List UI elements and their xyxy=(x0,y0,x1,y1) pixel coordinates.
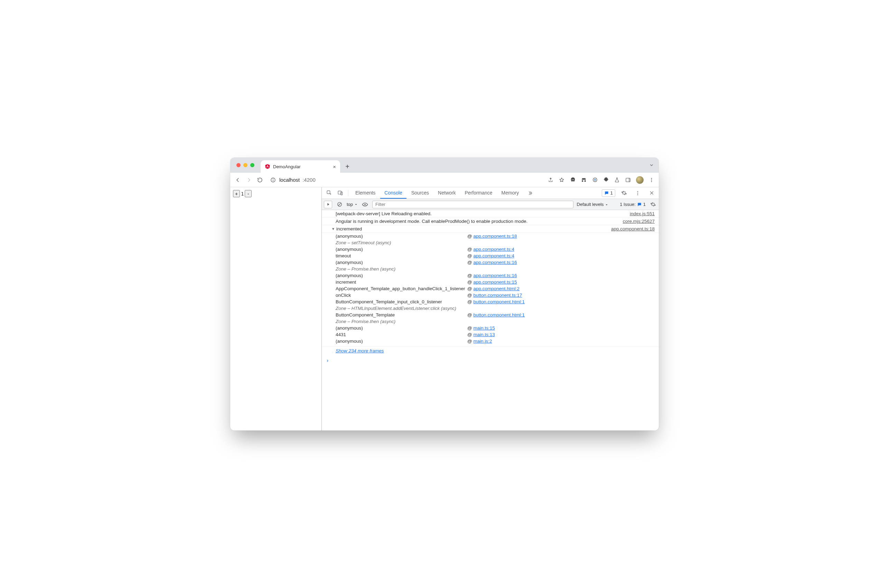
frame-function: Zone – Promise.then (async) xyxy=(336,319,465,324)
source-link[interactable]: button.component.html:1 xyxy=(473,299,525,304)
source-link[interactable]: button.component.html:1 xyxy=(473,312,525,318)
lens-extension-icon[interactable] xyxy=(592,177,598,183)
live-expression-eye-icon[interactable] xyxy=(361,201,369,208)
counter-widget: + 1 - xyxy=(233,190,252,197)
url-host: localhost xyxy=(279,177,300,183)
settings-gear-icon[interactable] xyxy=(619,190,629,196)
reload-button[interactable] xyxy=(257,177,263,183)
counter-value: 1 xyxy=(240,191,245,196)
context-selector[interactable]: top xyxy=(347,202,358,207)
frame-location: @ button.component.ts:17 xyxy=(467,292,522,298)
frame-location: @ app.component.ts:4 xyxy=(467,247,514,252)
window-minimize-button[interactable] xyxy=(243,163,248,167)
source-link[interactable]: app.component.ts:16 xyxy=(473,273,517,278)
more-tabs-icon[interactable] xyxy=(525,187,535,199)
trace-label: incremented xyxy=(336,226,362,231)
console-prompt[interactable]: › xyxy=(322,356,659,365)
stack-frame: increment@ app.component.ts:15 xyxy=(328,279,659,285)
skull-extension-icon[interactable] xyxy=(570,177,576,183)
flask-labs-icon[interactable] xyxy=(614,177,620,183)
source-link[interactable]: button.component.ts:17 xyxy=(473,292,522,298)
show-more-link[interactable]: Show 234 more frames xyxy=(336,348,384,353)
tab-console[interactable]: Console xyxy=(380,187,406,199)
chevron-down-icon[interactable] xyxy=(649,163,654,168)
svg-point-14 xyxy=(637,192,638,193)
svg-point-9 xyxy=(651,181,652,182)
share-icon[interactable] xyxy=(548,177,554,183)
angular-favicon-icon xyxy=(265,164,270,169)
forward-button[interactable] xyxy=(245,177,252,183)
console-settings-gear-icon[interactable] xyxy=(649,201,657,207)
address-bar: localhost:4200 xyxy=(230,173,659,187)
frame-location: @ button.component.html:1 xyxy=(467,312,525,318)
source-link[interactable]: app.component.ts:4 xyxy=(473,247,514,252)
devtools-menu-icon[interactable] xyxy=(632,190,643,196)
source-link[interactable]: app.component.ts:15 xyxy=(473,279,517,285)
browser-menu-icon[interactable] xyxy=(649,177,655,183)
svg-rect-1 xyxy=(273,179,273,181)
issue-chip[interactable]: 1 xyxy=(602,189,615,197)
stack-frame: 4431@ main.ts:13 xyxy=(328,331,659,338)
incognito-icon[interactable] xyxy=(581,177,587,183)
frame-function: Zone – HTMLInputElement.addEventListener… xyxy=(336,306,465,311)
svg-point-13 xyxy=(637,191,638,192)
tab-network[interactable]: Network xyxy=(434,187,460,199)
svg-point-7 xyxy=(651,178,652,178)
frame-function: AppComponent_Template_app_button_handleC… xyxy=(336,286,465,291)
content-area: + 1 - Elements Console Sources Network xyxy=(230,187,659,430)
tab-performance[interactable]: Performance xyxy=(460,187,496,199)
source-link[interactable]: index.js:551 xyxy=(630,211,655,216)
stack-frame: (anonymous)@ app.component.ts:16 xyxy=(328,272,659,279)
sidebar-toggle-icon[interactable] xyxy=(324,201,332,208)
stack-frame: (anonymous)@ main.ts:15 xyxy=(328,325,659,331)
window-close-button[interactable] xyxy=(236,163,240,167)
issues-link[interactable]: 1 Issue: 1 xyxy=(620,202,646,207)
log-row: [webpack-dev-server] Live Reloading enab… xyxy=(322,210,659,218)
frame-function: Zone – setTimeout (async) xyxy=(336,240,465,245)
close-devtools-icon[interactable] xyxy=(646,190,657,195)
caret-down-icon xyxy=(605,203,608,207)
tab-elements[interactable]: Elements xyxy=(351,187,380,199)
device-toolbar-icon[interactable] xyxy=(335,187,345,199)
tab-close-icon[interactable]: × xyxy=(333,164,336,170)
tab-sources[interactable]: Sources xyxy=(407,187,433,199)
svg-rect-12 xyxy=(341,192,342,195)
sidepanel-icon[interactable] xyxy=(625,177,631,183)
increment-button[interactable]: + xyxy=(233,190,240,197)
issue-chip-count: 1 xyxy=(610,190,613,195)
trace-header[interactable]: ▼ incremented app.component.ts:18 xyxy=(322,225,659,233)
source-link[interactable]: main.ts:13 xyxy=(473,332,495,337)
log-levels-selector[interactable]: Default levels xyxy=(577,202,609,207)
source-link[interactable]: app.component.ts:18 xyxy=(611,226,655,231)
filter-input[interactable] xyxy=(372,201,573,208)
source-link[interactable]: main.ts:15 xyxy=(473,326,495,331)
source-link[interactable]: core.mjs:25627 xyxy=(623,219,655,224)
source-link[interactable]: main.js:2 xyxy=(473,339,492,344)
frame-function: ButtonComponent_Template_input_click_0_l… xyxy=(336,299,465,304)
frame-location: @ main.ts:13 xyxy=(467,332,495,337)
window-zoom-button[interactable] xyxy=(250,163,254,167)
frame-location: @ app.component.ts:15 xyxy=(467,279,517,285)
extensions-puzzle-icon[interactable] xyxy=(603,177,609,183)
source-link[interactable]: app.component.ts:4 xyxy=(473,253,514,258)
back-button[interactable] xyxy=(234,177,241,183)
browser-window: DemoAngular × + localhost:4200 xyxy=(230,158,659,430)
chat-bubble-icon xyxy=(604,191,609,195)
stack-frame: (anonymous)@ app.component.ts:4 xyxy=(328,246,659,252)
profile-avatar[interactable] xyxy=(636,176,644,184)
omnibox[interactable]: localhost:4200 xyxy=(270,177,315,183)
new-tab-button[interactable]: + xyxy=(342,161,353,172)
site-info-icon[interactable] xyxy=(270,177,276,183)
frame-function: increment xyxy=(336,279,465,285)
decrement-button[interactable]: - xyxy=(245,190,252,197)
source-link[interactable]: app.component.ts:18 xyxy=(473,234,517,239)
filter-field xyxy=(372,201,573,208)
source-link[interactable]: app.component.html:2 xyxy=(473,286,520,291)
source-link[interactable]: app.component.ts:16 xyxy=(473,260,517,265)
browser-tab[interactable]: DemoAngular × xyxy=(261,160,340,173)
frame-function: (anonymous) xyxy=(336,247,465,252)
clear-console-icon[interactable] xyxy=(336,201,343,207)
inspect-element-icon[interactable] xyxy=(324,187,334,199)
tab-memory[interactable]: Memory xyxy=(497,187,523,199)
bookmark-star-icon[interactable] xyxy=(559,177,565,183)
